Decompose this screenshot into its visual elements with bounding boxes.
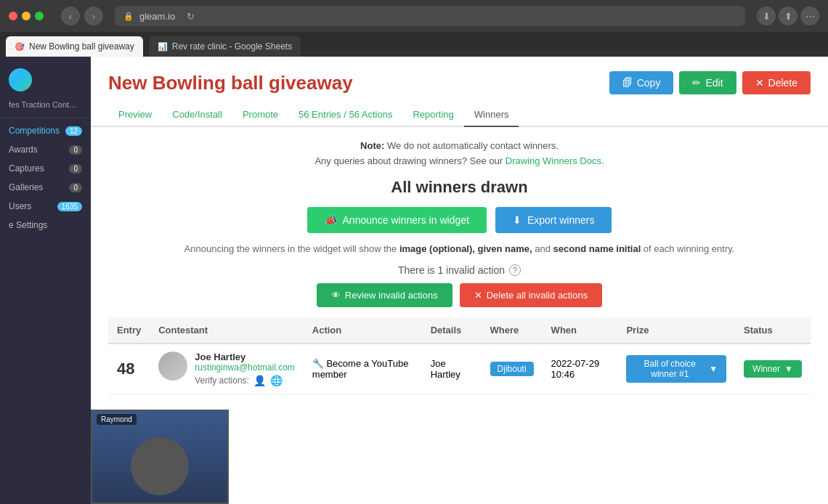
sidebar-competitions-label: Competitions (9, 126, 60, 136)
announce-winners-button[interactable]: 📣 Announce winners in widget (307, 207, 487, 233)
col-where: Where (482, 317, 543, 344)
logo-icon (9, 68, 32, 92)
sidebar-item-galleries[interactable]: Galleries 0 (0, 178, 91, 197)
tab-codeinstall[interactable]: Code/Install (162, 103, 232, 127)
video-figure (131, 437, 189, 495)
header-actions: 🗐 Copy ✏ Edit ✕ Delete (609, 71, 811, 94)
tab-winners[interactable]: Winners (464, 103, 519, 127)
cell-prize: Ball of choice winner #1 ▼ (617, 344, 735, 394)
copy-icon: 🗐 (622, 77, 633, 89)
page-title: New Bowling ball giveaway (108, 72, 353, 94)
contestant-email[interactable]: rustinginwa@hotmail.com (195, 362, 295, 373)
cell-contestant: Joe Hartley rustinginwa@hotmail.com Veri… (150, 344, 304, 394)
browser-titlebar: ‹ › 🔒 gleam.io ↻ ⬇ ⬆ ⋯ (0, 0, 828, 32)
share-button[interactable]: ⬆ (779, 7, 797, 25)
cell-entry-num: 48 (108, 344, 150, 394)
back-button[interactable]: ‹ (61, 7, 80, 25)
extensions-button[interactable]: ⋯ (800, 7, 819, 25)
copy-label: Copy (637, 77, 661, 89)
reload-icon[interactable]: ↻ (187, 11, 195, 22)
invalid-section: There is 1 invalid action ? 👁 Review inv… (108, 264, 811, 307)
edit-button[interactable]: ✏ Edit (679, 71, 736, 94)
sidebar-item-settings[interactable]: e Settings (0, 216, 91, 235)
export-winners-button[interactable]: ⬇ Export winners (495, 207, 612, 233)
edit-label: Edit (705, 77, 723, 89)
status-label: Winner (752, 364, 780, 374)
col-status: Status (735, 317, 811, 344)
col-action: Action (304, 317, 422, 344)
tab-entries[interactable]: 56 Entries / 56 Actions (288, 103, 402, 127)
tab-preview[interactable]: Preview (108, 103, 162, 127)
video-overlay: Raymond (91, 410, 229, 504)
page-header: New Bowling ball giveaway 🗐 Copy ✏ Edit … (91, 57, 828, 103)
sidebar-item-users[interactable]: Users 1635 (0, 197, 91, 216)
sidebar-settings-label: e Settings (9, 220, 47, 230)
help-icon[interactable]: ? (509, 264, 521, 276)
delete-invalid-label: Delete all invalid actions (487, 290, 588, 301)
traffic-lights (9, 12, 44, 20)
delete-button[interactable]: ✕ Delete (742, 71, 811, 94)
invalid-action-buttons: 👁 Review invalid actions ✕ Delete all in… (108, 283, 811, 307)
delete-invalid-button[interactable]: ✕ Delete all invalid actions (460, 283, 602, 307)
download-button[interactable]: ⬇ (757, 7, 776, 25)
sidebar-awards-label: Awards (9, 145, 38, 155)
sidebar-item-awards[interactable]: Awards 0 (0, 140, 91, 159)
verify-label: Verify actions: (195, 375, 249, 386)
address-bar[interactable]: 🔒 gleam.io ↻ (115, 6, 745, 26)
tab-bar: 🎯 New Bowling ball giveaway 📊 Rev rate c… (0, 32, 828, 57)
col-entry: Entry (108, 317, 150, 344)
maximize-button[interactable] (35, 12, 44, 20)
col-details: Details (422, 317, 482, 344)
status-dropdown[interactable]: Winner ▼ (744, 360, 802, 378)
tab-promote[interactable]: Promote (232, 103, 288, 127)
cell-when: 2022-07-29 10:46 (543, 344, 618, 394)
col-contestant: Contestant (150, 317, 304, 344)
minimize-button[interactable] (22, 12, 31, 20)
note-label: Note: (360, 140, 384, 151)
browser-nav: ‹ › (61, 7, 103, 25)
sidebar-galleries-badge: 0 (69, 183, 82, 192)
video-person: Raymond (92, 411, 227, 503)
note-text: We do not automatically contact winners. (387, 140, 559, 151)
export-icon: ⬇ (513, 214, 521, 226)
sidebar-org-name: fes Traction Cont... (0, 100, 91, 115)
drawing-winners-link[interactable]: Drawing Winners Docs (506, 155, 601, 166)
review-label: Review invalid actions (345, 290, 438, 301)
sidebar-item-competitions[interactable]: Competitions 12 (0, 121, 91, 140)
prize-chevron-icon: ▼ (709, 364, 718, 374)
tab-sheets-label: Rev rate clinic - Google Sheets (172, 41, 292, 52)
person-icon[interactable]: 👤 (253, 375, 266, 386)
sidebar-item-captures[interactable]: Captures 0 (0, 159, 91, 178)
delete-icon: ✕ (755, 77, 764, 89)
contestant-name: Joe Hartley (195, 351, 295, 362)
tab-sheets[interactable]: 📊 Rev rate clinic - Google Sheets (149, 36, 301, 57)
delete-label: Delete (768, 77, 797, 89)
tab-gleam[interactable]: 🎯 New Bowling ball giveaway (6, 36, 143, 57)
sidebar-captures-label: Captures (9, 163, 44, 174)
prize-dropdown[interactable]: Ball of choice winner #1 ▼ (626, 355, 726, 383)
nav-tabs: Preview Code/Install Promote 56 Entries … (91, 103, 828, 127)
invalid-count-text: There is 1 invalid action (398, 264, 505, 276)
forward-button[interactable]: › (84, 7, 103, 25)
edit-icon: ✏ (692, 77, 701, 89)
gleam-favicon: 🎯 (15, 42, 25, 52)
sidebar-awards-badge: 0 (69, 145, 82, 155)
export-label: Export winners (527, 214, 595, 226)
winners-table: Entry Contestant Action Details Where Wh… (108, 317, 811, 394)
contestant-cell: Joe Hartley rustinginwa@hotmail.com Veri… (158, 351, 295, 386)
copy-button[interactable]: 🗐 Copy (609, 71, 674, 94)
cell-where: Djibouti (482, 344, 543, 394)
announce-icon: 📣 (325, 214, 337, 226)
action-icon: 🔧 (312, 358, 324, 369)
tab-reporting[interactable]: Reporting (402, 103, 463, 127)
browser-actions: ⬇ ⬆ ⋯ (757, 7, 819, 25)
sidebar-divider (0, 118, 91, 118)
review-invalid-button[interactable]: 👁 Review invalid actions (317, 283, 452, 307)
globe-icon[interactable]: 🌐 (270, 375, 283, 386)
avatar-image (158, 351, 187, 381)
info-name: second name initial (553, 243, 641, 254)
close-button[interactable] (9, 12, 17, 20)
entry-number: 48 (117, 359, 134, 378)
eye-icon: 👁 (331, 290, 341, 301)
sidebar-users-label: Users (9, 201, 31, 211)
